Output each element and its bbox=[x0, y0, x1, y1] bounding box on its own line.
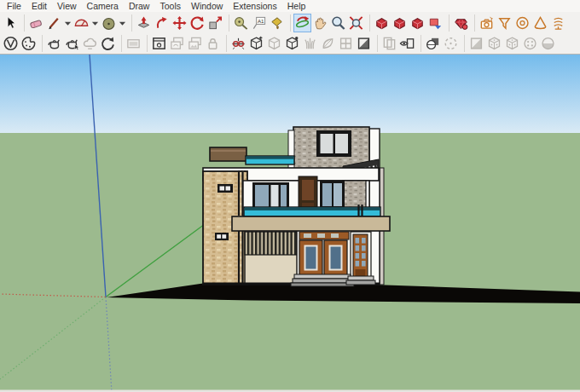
tape-measure-tool-icon[interactable] bbox=[233, 14, 249, 32]
viewport-canvas[interactable] bbox=[0, 54, 580, 392]
menu-view[interactable]: View bbox=[52, 0, 82, 12]
toolbar-row-1: A1 bbox=[0, 12, 580, 33]
vray-viewport-render-icon[interactable] bbox=[125, 35, 142, 52]
vray-light-spot-icon[interactable] bbox=[399, 35, 415, 52]
toolbar-row-2 bbox=[0, 33, 580, 54]
toolbar-separator bbox=[127, 14, 132, 32]
vray-util-proxy-b-icon[interactable] bbox=[504, 35, 520, 52]
vray-scatter-tool-icon[interactable] bbox=[320, 35, 336, 52]
vray-util-sphere-icon[interactable] bbox=[522, 35, 538, 52]
vray-infinite-plane-icon[interactable] bbox=[248, 35, 264, 52]
eraser-tool-icon[interactable] bbox=[28, 14, 44, 32]
shape-spring-tool-icon[interactable] bbox=[550, 14, 566, 32]
rotate-tool-icon[interactable] bbox=[189, 14, 206, 32]
vray-update-view-icon[interactable] bbox=[100, 35, 116, 52]
follow-me-tool-icon[interactable] bbox=[154, 14, 170, 32]
toolbar-separator bbox=[38, 35, 43, 52]
push-pull-tool-icon[interactable] bbox=[136, 14, 152, 32]
scale-tool-icon[interactable] bbox=[207, 14, 223, 32]
vray-pack-project-icon[interactable] bbox=[187, 35, 203, 52]
zoom-extents-tool-icon[interactable] bbox=[348, 14, 364, 32]
vray-util-proxy-a-icon[interactable] bbox=[486, 35, 502, 52]
vray-lock-camera-icon[interactable] bbox=[205, 35, 221, 52]
entry-steps bbox=[291, 274, 375, 286]
shape-cone-tool-icon[interactable] bbox=[532, 14, 548, 32]
toolbar-separator bbox=[286, 14, 291, 32]
toolbar-separator bbox=[365, 14, 370, 32]
dimension-tool-icon[interactable]: A1 bbox=[251, 14, 267, 32]
vray-render-interactive-icon[interactable] bbox=[64, 35, 80, 52]
shape-tool-dropdown-icon[interactable] bbox=[119, 14, 126, 32]
select-tool-icon[interactable] bbox=[3, 14, 19, 32]
vray-render-icon[interactable] bbox=[46, 35, 62, 52]
paint-bucket-tool-icon[interactable] bbox=[269, 14, 285, 32]
menu-help[interactable]: Help bbox=[282, 0, 311, 12]
pan-tool-icon[interactable] bbox=[312, 14, 328, 32]
toolbar-separator bbox=[373, 35, 378, 52]
vray-light-dome-icon[interactable] bbox=[443, 35, 459, 52]
house-model bbox=[203, 127, 390, 286]
toolbar-separator bbox=[470, 14, 475, 32]
roof-slab bbox=[210, 147, 246, 161]
zoom-tool-icon[interactable] bbox=[330, 14, 346, 32]
vray-batch-render-icon[interactable] bbox=[169, 35, 185, 52]
toolbar-separator bbox=[444, 14, 450, 32]
line-tool-dropdown-icon[interactable] bbox=[64, 14, 72, 32]
match-photo-tool-icon[interactable] bbox=[453, 14, 469, 32]
toolbar-separator bbox=[117, 35, 122, 52]
orbit-tool-icon[interactable] bbox=[294, 14, 310, 32]
vray-frame-buffer-icon[interactable] bbox=[151, 35, 167, 52]
vray-decal-tool-icon[interactable] bbox=[356, 35, 372, 52]
arc-tool-dropdown-icon[interactable] bbox=[91, 14, 99, 32]
vray-clipper-tool-icon[interactable] bbox=[338, 35, 354, 52]
fascia-band bbox=[232, 216, 390, 231]
toolbar-separator bbox=[224, 14, 229, 32]
scenes-camera-tool-icon[interactable] bbox=[478, 14, 495, 32]
sky bbox=[0, 55, 580, 133]
vray-logo-button-icon[interactable] bbox=[3, 35, 19, 52]
vray-util-halfsphere-icon[interactable] bbox=[540, 35, 556, 52]
look-around-tool-icon[interactable] bbox=[392, 14, 408, 32]
vray-proxy-export-icon[interactable] bbox=[284, 35, 300, 52]
menu-edit[interactable]: Edit bbox=[26, 0, 52, 12]
menu-bar: FileEditViewCameraDrawToolsWindowExtensi… bbox=[0, 0, 580, 12]
toolbar-separator bbox=[222, 35, 227, 52]
menu-tools[interactable]: Tools bbox=[154, 0, 186, 12]
menu-file[interactable]: File bbox=[2, 0, 26, 12]
toolbar-separator bbox=[460, 35, 465, 52]
line-tool-icon[interactable] bbox=[46, 14, 62, 32]
louver-screen bbox=[245, 232, 297, 255]
menu-window[interactable]: Window bbox=[186, 0, 228, 12]
vray-camera-gizmo-icon[interactable] bbox=[230, 35, 246, 52]
position-camera-tool-icon[interactable] bbox=[374, 14, 390, 32]
shape-funnel-tool-icon[interactable] bbox=[496, 14, 513, 32]
shape-tool-icon[interactable] bbox=[101, 14, 117, 32]
vray-light-sphere-icon[interactable] bbox=[425, 35, 441, 52]
svg-text:A1: A1 bbox=[258, 18, 264, 24]
vray-util-split-icon[interactable] bbox=[468, 35, 484, 52]
vray-proxy-box-icon[interactable] bbox=[266, 35, 282, 52]
vray-render-cloud-icon[interactable] bbox=[82, 35, 98, 52]
toolbar-separator bbox=[20, 14, 25, 32]
arc-tool-icon[interactable] bbox=[73, 14, 90, 32]
vray-light-rect-icon[interactable] bbox=[381, 35, 397, 52]
move-tool-icon[interactable] bbox=[171, 14, 188, 32]
vray-asset-editor-icon[interactable] bbox=[20, 35, 37, 52]
toolbar-separator bbox=[416, 35, 421, 52]
shape-torus-tool-icon[interactable] bbox=[514, 14, 531, 32]
walk-tool-icon[interactable] bbox=[409, 14, 426, 32]
menu-draw[interactable]: Draw bbox=[124, 0, 155, 12]
toolbar-separator bbox=[142, 35, 148, 52]
vray-fur-tool-icon[interactable] bbox=[302, 35, 318, 52]
menu-extensions[interactable]: Extensions bbox=[228, 0, 281, 12]
sketchup-window: FileEditViewCameraDrawToolsWindowExtensi… bbox=[0, 0, 580, 392]
menu-camera[interactable]: Camera bbox=[82, 0, 124, 12]
section-plane-tool-icon[interactable] bbox=[427, 14, 444, 32]
